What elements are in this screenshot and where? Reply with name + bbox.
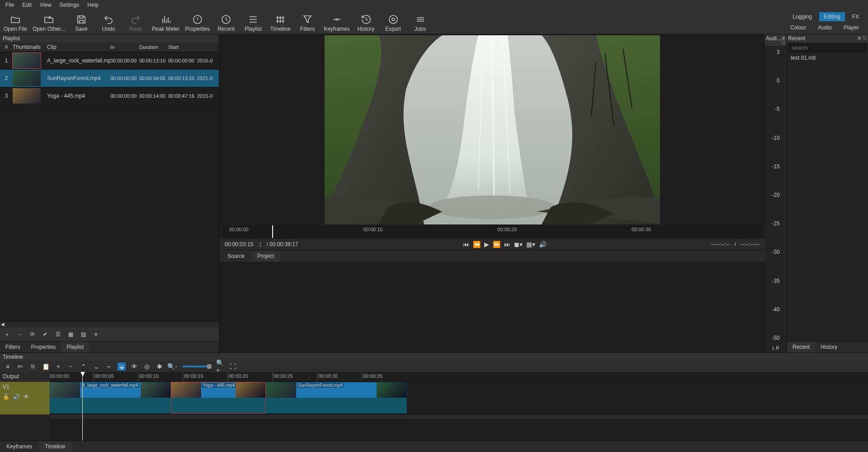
grid-icon[interactable]: ▦▾ [526,241,535,248]
menu-settings[interactable]: Settings [56,1,83,9]
col-duration[interactable]: Duration [139,44,168,50]
rewind-icon[interactable]: ⏪ [473,241,481,248]
tl-append-icon[interactable]: ＋ [54,362,62,371]
tl-lift-icon[interactable]: ⌃ [80,362,88,371]
tl-copy-icon[interactable]: ⎘ [29,362,37,371]
track-v1-header[interactable]: V1 🔓 🔊 👁 [0,382,50,414]
open-file-button[interactable]: Open File [4,14,27,32]
playlist-viewdetails-icon[interactable]: ▤ [78,329,89,339]
tl-zoomout-icon[interactable]: 🔍- [168,362,176,371]
track-v1[interactable]: A_large_rock_waterfall.mp4Yoga - 445.mp4… [50,382,868,414]
menu-view[interactable]: View [36,1,55,9]
timecode-spinner[interactable]: ▲▼ [259,241,262,247]
playlist-add-icon[interactable]: ＋ [2,329,13,339]
skip-end-icon[interactable]: ⏭ [504,241,510,248]
track-lock-icon[interactable]: 🔓 [3,394,9,400]
panel-pin-icon[interactable]: ▣ ⮽ [781,35,786,45]
timeline-tracks[interactable]: 00:00:0000:00:0500:00:1000:00:1500:00:20… [50,372,868,441]
timeline-hscroll[interactable] [50,414,868,419]
col-start[interactable]: Start [168,44,197,50]
peak-meter-button[interactable]: Peak Meter [152,14,179,32]
playlist-button[interactable]: Playlist [242,14,264,32]
export-button[interactable]: Export [382,14,404,32]
preview-viewer[interactable] [325,35,660,224]
open-other-button[interactable]: Open Other... [33,14,65,32]
playlist-viewtiles-icon[interactable]: ▦ [65,329,76,339]
timeline-output-label[interactable]: Output [0,372,50,382]
tl-cut-icon[interactable]: ✄ [16,362,24,371]
preview-playhead[interactable] [272,225,273,238]
recent-tab-recent[interactable]: Recent [787,342,815,352]
recent-search-input[interactable] [789,43,866,52]
playlist-hscroll[interactable] [0,321,219,328]
tl-menu-icon[interactable]: ≡ [4,362,12,371]
col-number[interactable]: # [0,44,13,50]
tl-zoom-slider[interactable] [183,366,210,367]
pl-tab-playlist[interactable]: Playlist [61,342,89,352]
playlist-row[interactable]: 3Yoga - 445.mp400:00:00:0000:00:14:0000:… [0,87,219,105]
forward-icon[interactable]: ⏩ [493,241,500,248]
timeline-clip[interactable]: Yoga - 445.mp4 [171,382,266,414]
zoom-fit-icon[interactable]: ◼▾ [514,241,523,248]
undo-button[interactable]: Undo [98,14,119,32]
tl-zoomin-icon[interactable]: 🔍+ [216,362,224,371]
track-mute-icon[interactable]: 🔊 [13,394,20,400]
layout-tab-logging[interactable]: Logging [788,12,816,21]
layout-tab-player[interactable]: Player [839,23,863,32]
tl-zoomfit-icon[interactable]: ⛶ [229,362,237,371]
jobs-button[interactable]: Jobs [410,14,431,32]
layout-tab-editing[interactable]: Editing [819,12,845,21]
sp-tab-source[interactable]: Source [222,251,250,261]
playlist-update-icon[interactable]: ⟳ [27,329,38,339]
tl-snap-icon[interactable]: ⬙ [118,362,126,371]
col-thumbnails[interactable]: Thumbnails [13,44,45,50]
timeline-playhead[interactable] [82,372,83,441]
menu-help[interactable]: Help [84,1,102,9]
volume-icon[interactable]: 🔊 [539,241,547,248]
tl-split-icon[interactable]: ⫟ [105,362,113,371]
track-hide-icon[interactable]: 👁 [24,394,29,400]
timeline-clip[interactable]: SunRaysinForest.mp4 [266,382,407,414]
tl-btab-timeline[interactable]: Timeline [38,441,71,452]
history-button[interactable]: History [355,14,377,32]
keyframes-button[interactable]: Keyframes [324,14,349,32]
tl-remove-icon[interactable]: － [67,362,75,371]
properties-button[interactable]: Properties [185,14,210,32]
col-clip[interactable]: Clip [45,44,110,50]
filters-button[interactable]: Filters [297,14,318,32]
playlist-row[interactable]: 1A_large_rock_waterfall.mp400:00:00:0000… [0,52,219,70]
skip-start-icon[interactable]: ⏮ [463,241,469,248]
playlist-check-icon[interactable]: ✔ [40,329,51,339]
panel-pin-icon[interactable]: ▣ ⮽ [857,35,867,42]
col-in[interactable]: In [110,44,139,50]
playlist-viewlist-icon[interactable]: ☰ [52,329,63,339]
layout-tab-fx[interactable]: FX [848,12,863,21]
recent-tab-history[interactable]: History [815,342,843,352]
layout-tab-audio[interactable]: Audio [813,23,836,32]
pl-tab-filters[interactable]: Filters [0,342,26,352]
playlist-menu-icon[interactable]: ≡ [90,329,101,339]
sp-tab-project[interactable]: Project [252,251,279,261]
playlist-row[interactable]: 2SunRaysinForest.mp400:00:00:0000:00:34:… [0,70,219,87]
tl-rippleall-icon[interactable]: ✱ [156,362,164,371]
current-timecode[interactable]: 00:00:03:15 [225,241,253,247]
playlist-remove-icon[interactable]: － [14,329,25,339]
timeline-button[interactable]: Timeline [269,14,291,32]
tl-paste-icon[interactable]: 📋 [42,362,50,371]
tl-overwrite-icon[interactable]: ⌄ [92,362,100,371]
playlist-rows[interactable]: 1A_large_rock_waterfall.mp400:00:00:0000… [0,52,219,321]
layout-tab-colour[interactable]: Colour [786,23,811,32]
timeline-ruler[interactable]: 00:00:0000:00:0500:00:1000:00:1500:00:20… [50,372,868,382]
timeline-clip[interactable]: A_large_rock_waterfall.mp4 [50,382,171,414]
menu-file[interactable]: File [2,1,18,9]
recent-button[interactable]: Recent [215,14,237,32]
menu-edit[interactable]: Edit [19,1,35,9]
tl-ripple-icon[interactable]: ◎ [143,362,151,371]
play-icon[interactable]: ▶ [484,241,489,248]
preview-ruler[interactable]: 00:00:00 00:00:10 00:00:20 00:00:30 [224,225,760,238]
tl-scrub-icon[interactable]: 👁 [130,362,138,371]
recent-item[interactable]: test 01.mlt [787,53,868,62]
save-button[interactable]: Save [71,14,92,32]
pl-tab-properties[interactable]: Properties [26,342,61,352]
tl-btab-keyframes[interactable]: Keyframes [0,441,38,452]
